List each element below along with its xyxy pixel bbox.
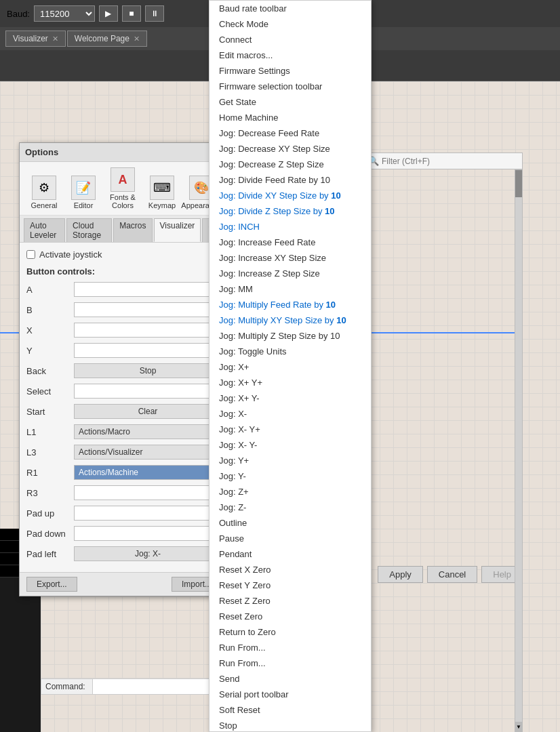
ctrl-name-start: Start [26, 407, 74, 417]
menu-item-send[interactable]: Send [209, 671, 371, 687]
menu-item-firmware-selection[interactable]: Firmware selection toolbar [209, 79, 371, 94]
menu-item-jog-div-z[interactable]: Jog: Divide Z Step Size by 10 [209, 203, 371, 219]
menu-item-jog-dec-xy[interactable]: Jog: Decrease XY Step Size [209, 141, 371, 157]
apply-button[interactable]: Apply [378, 566, 423, 583]
ctrl-btn-r1[interactable]: Actions/Machine ▶ [74, 465, 222, 480]
menu-item-jog-inc-z[interactable]: Jog: Increase Z Step Size [209, 266, 371, 281]
tab-macros[interactable]: Macros [113, 218, 152, 242]
ctrl-input-r3[interactable] [74, 485, 222, 500]
control-row-paddown: Pad down [26, 525, 222, 542]
ctrl-input-select[interactable] [74, 384, 222, 399]
icon-keymap[interactable]: ⌨ Keymap [144, 176, 180, 209]
icon-editor[interactable]: 📝 Editor [66, 176, 101, 209]
menu-item-outline[interactable]: Outline [209, 515, 371, 531]
tab-visualizer-close[interactable]: ✕ [52, 35, 58, 43]
command-input[interactable] [92, 679, 209, 694]
menu-item-run-from-2[interactable]: Run From... [209, 655, 371, 671]
menu-item-jog-toggle-units[interactable]: Jog: Toggle Units [209, 344, 371, 359]
menu-item-jog-dec-z[interactable]: Jog: Decrease Z Step Size [209, 157, 371, 172]
ctrl-name-padup: Pad up [26, 508, 74, 518]
menu-item-pendant[interactable]: Pendant [209, 546, 371, 562]
ctrl-btn-l3[interactable]: Actions/Visualizer ▶ [74, 445, 222, 460]
ctrl-input-a[interactable] [74, 282, 222, 297]
menu-item-jog-xminus-yminus[interactable]: Jog: X- Y- [209, 437, 371, 453]
joystick-checkbox[interactable] [26, 250, 35, 259]
menu-item-baud-rate-toolbar[interactable]: Baud rate toolbar [209, 1, 371, 16]
menu-item-get-state[interactable]: Get State [209, 94, 371, 110]
filter-input[interactable] [382, 157, 518, 166]
menu-item-reset-z-zero[interactable]: Reset Z Zero [209, 593, 371, 609]
menu-item-reset-y-zero[interactable]: Reset Y Zero [209, 577, 371, 593]
menu-item-firmware-settings[interactable]: Firmware Settings [209, 63, 371, 79]
ctrl-btn-back[interactable]: Stop [74, 363, 222, 378]
menu-item-serial-port-toolbar[interactable]: Serial port toolbar [209, 687, 371, 702]
dialog-footer: Export... Import... [20, 572, 228, 596]
menu-item-jog-inc-xy[interactable]: Jog: Increase XY Step Size [209, 250, 371, 266]
menu-item-reset-zero[interactable]: Reset Zero [209, 609, 371, 624]
joystick-label: Activate joystick [39, 249, 102, 260]
menu-item-connect[interactable]: Connect [209, 32, 371, 47]
menu-item-check-mode[interactable]: Check Mode [209, 16, 371, 32]
tab-welcome[interactable]: Welcome Page ✕ [67, 30, 147, 47]
scroll-thumb[interactable] [515, 170, 522, 197]
menu-item-stop[interactable]: Stop [209, 718, 371, 732]
command-row: Command: [41, 678, 210, 695]
menu-item-home-machine[interactable]: Home Machine [209, 110, 371, 125]
menu-item-reset-x-zero[interactable]: Reset X Zero [209, 562, 371, 577]
control-row-padleft: Pad left Jog: X- [26, 545, 222, 563]
ctrl-btn-start[interactable]: Clear [74, 404, 222, 419]
general-label: General [31, 201, 57, 209]
tab-visualizer[interactable]: Visualizer ✕ [5, 30, 66, 47]
icon-general[interactable]: ⚙ General [26, 176, 62, 209]
menu-item-jog-mul-xy[interactable]: Jog: Multiply XY Step Size by 10 [209, 312, 371, 328]
menu-item-jog-xplus[interactable]: Jog: X+ [209, 359, 371, 375]
pause-button[interactable]: ⏸ [145, 5, 164, 22]
control-row-back: Back Stop [26, 362, 222, 380]
ctrl-input-b[interactable] [74, 302, 222, 317]
baud-label: Baud: [7, 9, 30, 19]
menu-item-jog-zminus[interactable]: Jog: Z- [209, 500, 371, 515]
menu-item-edit-macros[interactable]: Edit macros... [209, 47, 371, 63]
ctrl-input-paddown[interactable] [74, 526, 222, 541]
ctrl-name-l3: L3 [26, 447, 74, 458]
ctrl-name-r1: R1 [26, 468, 74, 478]
menu-item-pause[interactable]: Pause [209, 531, 371, 546]
menu-item-jog-yplus[interactable]: Jog: Y+ [209, 453, 371, 468]
menu-item-jog-inc-feed[interactable]: Jog: Increase Feed Rate [209, 235, 371, 250]
menu-item-jog-inch[interactable]: Jog: INCH [209, 219, 371, 235]
menu-item-jog-xminus-yplus[interactable]: Jog: X- Y+ [209, 422, 371, 437]
icon-fonts-colors[interactable]: A Fonts & Colors [105, 167, 140, 209]
menu-item-run-from-1[interactable]: Run From... [209, 640, 371, 655]
dropdown-scrollbar[interactable]: ▲ ▼ [515, 169, 523, 732]
menu-item-jog-div-feed[interactable]: Jog: Divide Feed Rate by 10 [209, 172, 371, 188]
tab-auto-leveler[interactable]: Auto Leveler [24, 218, 65, 242]
ctrl-input-x[interactable] [74, 323, 222, 338]
menu-item-jog-xplus-yplus[interactable]: Jog: X+ Y+ [209, 375, 371, 390]
export-button[interactable]: Export... [26, 577, 77, 592]
play-button[interactable]: ▶ [99, 5, 118, 22]
scroll-down-arrow[interactable]: ▼ [515, 722, 522, 731]
stop-button[interactable]: ■ [122, 5, 141, 22]
ctrl-btn-padleft[interactable]: Jog: X- [74, 546, 222, 561]
tab-visualizer-opt[interactable]: Visualizer [154, 218, 201, 242]
baud-select[interactable]: 115200 [34, 5, 95, 22]
menu-item-jog-mul-feed[interactable]: Jog: Multiply Feed Rate by 10 [209, 297, 371, 312]
fonts-label: Fonts & Colors [105, 193, 140, 209]
menu-item-jog-div-xy[interactable]: Jog: Divide XY Step Size by 10 [209, 188, 371, 203]
ctrl-input-y[interactable] [74, 343, 222, 358]
menu-item-jog-xminus[interactable]: Jog: X- [209, 406, 371, 422]
menu-item-jog-xplus-yminus[interactable]: Jog: X+ Y- [209, 390, 371, 406]
menu-item-soft-reset[interactable]: Soft Reset [209, 702, 371, 718]
menu-item-jog-dec-feed[interactable]: Jog: Decrease Feed Rate [209, 125, 371, 141]
ctrl-r1-label: Actions/Machine [79, 468, 138, 477]
ctrl-input-padup[interactable] [74, 506, 222, 521]
ctrl-btn-l1[interactable]: Actions/Macro ▶ [74, 424, 222, 439]
menu-item-jog-mul-z[interactable]: Jog: Multiply Z Step Size by 10 [209, 328, 371, 344]
cancel-button[interactable]: Cancel [427, 566, 477, 583]
tab-welcome-close[interactable]: ✕ [134, 35, 140, 43]
menu-item-jog-yminus[interactable]: Jog: Y- [209, 468, 371, 484]
tab-cloud-storage[interactable]: Cloud Storage [66, 218, 112, 242]
menu-item-jog-zplus[interactable]: Jog: Z+ [209, 484, 371, 500]
menu-item-jog-mm[interactable]: Jog: MM [209, 281, 371, 297]
menu-item-return-to-zero[interactable]: Return to Zero [209, 624, 371, 640]
